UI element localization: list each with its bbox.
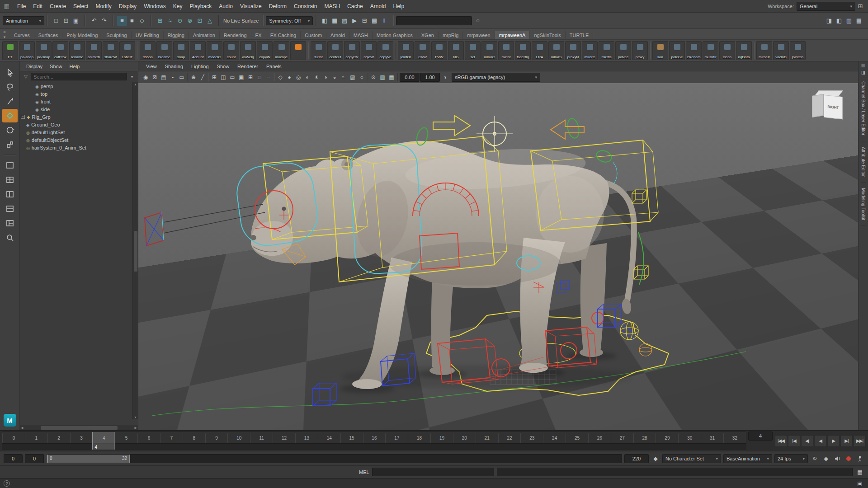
safe-action-icon[interactable]: □ [255,73,264,82]
lighting-all-icon[interactable]: ☀ [312,73,321,82]
layout-single-pane[interactable] [2,159,18,172]
exposure-field[interactable] [400,73,420,82]
frame-tick[interactable]: 19 [430,433,453,443]
frame-tick[interactable]: 17 [385,433,408,443]
shelf-tab[interactable]: ngSkinTools [530,31,565,39]
depth-of-field-icon[interactable]: ○ [357,73,366,82]
undo-icon[interactable]: ↶ [89,16,99,26]
gamma-field[interactable] [420,73,440,82]
show-tool-settings-icon[interactable]: ◧ [834,16,844,26]
pause-viewport-icon[interactable]: ‖ [379,16,389,26]
outliner-row[interactable]: + top [20,90,138,98]
expand-icon[interactable]: + [21,115,25,119]
shelf-button[interactable]: pa-snap [19,41,35,60]
character-set-dropdown[interactable]: No Character Set [662,454,721,463]
motion-blur-icon[interactable]: ≈ [339,73,348,82]
snap-to-point-icon[interactable]: ⊙ [175,16,185,26]
shelf-button[interactable]: sel [465,41,481,60]
frame-tick[interactable]: 16 [363,433,386,443]
shelf-button[interactable]: PVW [431,41,447,60]
snap-to-grid-icon[interactable]: ⊞ [155,16,165,26]
play-forwards-icon[interactable]: ▶ [827,435,840,447]
animation-start-field[interactable] [4,454,23,463]
shelf-tab[interactable]: mrpRig [439,31,463,39]
menu-item[interactable]: File [14,1,29,11]
frame-tick[interactable]: 14 [318,433,340,443]
maya-app-icon[interactable]: ▦ [3,2,11,10]
frame-tick[interactable]: 12 [273,433,295,443]
shelf-tab-list-icon[interactable]: ▾ [129,72,135,82]
rotate-tool[interactable] [2,123,18,137]
grid-icon[interactable]: ⊞ [210,73,219,82]
outliner-search-input[interactable] [31,73,127,80]
scroll-down-icon[interactable]: ▼ [134,416,137,419]
shelf-button[interactable]: NG [448,41,464,60]
shelf-button[interactable]: rigidW [361,41,377,60]
command-input[interactable] [372,468,494,476]
frame-tick[interactable]: 26 [588,433,611,443]
resolution-gate-icon[interactable]: ▭ [228,73,237,82]
shelf-tab[interactable]: Custom [301,31,326,39]
frame-tick[interactable]: 8 [183,433,205,443]
outliner-menu-item[interactable]: Help [66,63,84,70]
shelf-tab[interactable]: Surfaces [34,31,62,39]
shelf-menu-icon[interactable]: ≡ [1,29,8,34]
show-attribute-editor-icon[interactable]: ◨ [859,69,868,76]
shelf-button[interactable]: jointOn [790,41,806,60]
anim-prefs-button[interactable] [855,454,864,463]
shelf-button[interactable]: LabelT [119,41,135,60]
outliner-row[interactable]: + persp [20,82,138,90]
shelf-tab[interactable]: Animation [189,31,220,39]
show-attribute-editor-icon[interactable]: ◨ [824,16,834,26]
shelf-button[interactable]: count [223,41,239,60]
shelf-button[interactable]: breathe [156,41,172,60]
image-plane-icon[interactable]: ▭ [177,73,186,82]
bookmarks-icon[interactable]: ▪ [168,73,177,82]
scroll-left-icon[interactable]: ◀ [21,426,23,430]
safe-title-icon[interactable]: ▫ [264,73,273,82]
shelf-button[interactable]: miCtls [599,41,614,60]
shelf-button[interactable]: snap [173,41,189,60]
shelf-button[interactable]: poleGe [669,41,685,60]
menu-item[interactable]: Audio [215,1,236,11]
outliner-row[interactable]: + side [20,105,138,113]
lasso-tool[interactable] [2,80,18,94]
outliner-vertical-scrollbar[interactable]: ▲ ▼ [132,82,138,419]
shelf-tab[interactable]: Poly Modeling [62,31,102,39]
fps-dropdown[interactable]: 24 fps [774,454,808,463]
shelf-tab[interactable]: mrpaweenA [495,31,530,39]
shelf-button[interactable]: vacinD [773,41,789,60]
lock-camera-icon[interactable]: ⊠ [150,73,159,82]
frame-tick[interactable]: 11 [250,433,273,443]
shelf-button[interactable]: modelC [207,41,222,60]
shelf-tab[interactable]: Curves [10,31,34,39]
outliner-menu-item[interactable]: Display [23,63,46,70]
render-sequence-icon[interactable]: ▶ [349,16,359,26]
shelf-button[interactable]: mirorC [582,41,598,60]
current-frame-field[interactable] [748,432,773,441]
menu-item[interactable]: Help [389,1,408,11]
shelf-button[interactable]: mirorJr [756,41,772,60]
quick-search-input[interactable] [396,16,472,25]
shelf-button[interactable]: ribbon [140,41,156,60]
anti-aliasing-icon[interactable]: ▨ [348,73,357,82]
range-slider-track[interactable]: 0 32 [46,454,622,463]
shelf-tab[interactable]: UV Editing [132,31,164,39]
shelf-tab[interactable]: Motion Graphics [373,31,417,39]
outliner-menu-item[interactable]: Show [46,63,66,70]
shelf-button[interactable]: jointOr [398,41,414,60]
frame-tick[interactable]: 0 [2,433,25,443]
audio-mute-button[interactable] [833,454,842,463]
auto-key-icon[interactable]: ◆ [821,454,830,463]
shadows-icon[interactable]: ◑ [321,73,330,82]
shelf-button[interactable]: mirInt [498,41,514,60]
frame-tick[interactable]: 10 [227,433,250,443]
menu-item[interactable]: Visualize [236,1,265,11]
menu-item[interactable]: Cache [344,1,367,11]
paint-select-tool[interactable] [2,94,18,108]
playback-start-field[interactable] [25,454,44,463]
color-management-icon[interactable]: ◑ [440,73,449,82]
field-chart-icon[interactable]: ⊞ [246,73,255,82]
layout-four-pane[interactable] [2,173,18,187]
frame-tick[interactable]: 15 [340,433,363,443]
